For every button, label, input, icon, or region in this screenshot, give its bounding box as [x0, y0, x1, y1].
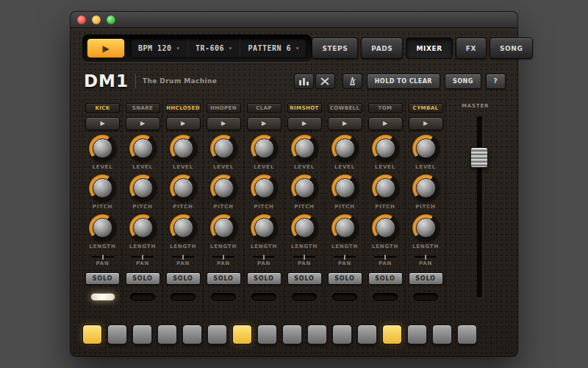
preview-snare-button[interactable]: ▶: [126, 117, 160, 130]
channel-light-kick[interactable]: [90, 293, 115, 301]
channel-light-rimshot[interactable]: [292, 293, 317, 301]
pan-slider-cowbell[interactable]: [334, 256, 356, 258]
pan-slider-hhclosed[interactable]: [172, 256, 194, 258]
solo-hhclosed-button[interactable]: SOLO: [166, 272, 201, 285]
solo-cowbell-button[interactable]: SOLO: [328, 272, 362, 285]
step-pad-13[interactable]: [382, 325, 402, 344]
solo-kick-button[interactable]: SOLO: [85, 272, 120, 285]
channel-light-snare[interactable]: [130, 293, 155, 301]
channel-select-tom[interactable]: TOM: [368, 103, 403, 113]
pitch-knob-rimshot[interactable]: [291, 174, 318, 202]
step-pad-2[interactable]: [107, 325, 127, 344]
pan-slider-handle[interactable]: [384, 255, 386, 260]
preview-hhopen-button[interactable]: ▶: [207, 117, 241, 130]
pan-slider-handle[interactable]: [182, 255, 184, 260]
preview-clap-button[interactable]: ▶: [247, 117, 282, 130]
channel-light-clap[interactable]: [251, 293, 276, 301]
pan-slider-kick[interactable]: [92, 256, 114, 258]
step-pad-14[interactable]: [407, 325, 427, 344]
dropdown-bpm-120[interactable]: BPM 120▾: [131, 39, 188, 57]
close-window-button[interactable]: [77, 15, 86, 24]
pan-slider-handle[interactable]: [102, 255, 104, 260]
song-mode-button[interactable]: SONG: [445, 74, 481, 89]
pitch-knob-cowbell[interactable]: [331, 174, 359, 202]
titlebar[interactable]: [71, 12, 517, 28]
pan-slider-handle[interactable]: [223, 255, 224, 260]
step-pad-16[interactable]: [457, 325, 477, 344]
length-knob-tom[interactable]: [372, 214, 399, 241]
zoom-window-button[interactable]: [107, 15, 115, 24]
drumsticks-button[interactable]: [315, 74, 335, 89]
level-knob-cowbell[interactable]: [331, 135, 359, 162]
pan-slider-clap[interactable]: [253, 256, 275, 258]
channel-select-hhopen[interactable]: HHOPEN: [207, 103, 241, 113]
channel-select-kick[interactable]: KICK: [85, 103, 120, 113]
level-knob-kick[interactable]: [89, 135, 116, 162]
channel-select-snare[interactable]: SNARE: [126, 103, 160, 113]
pitch-knob-hhopen[interactable]: [210, 174, 237, 202]
preview-tom-button[interactable]: ▶: [368, 117, 403, 130]
pan-slider-rimshot[interactable]: [293, 256, 315, 258]
pan-slider-snare[interactable]: [132, 256, 154, 258]
preview-cymbal-button[interactable]: ▶: [409, 117, 443, 130]
pitch-knob-clap[interactable]: [251, 174, 278, 202]
step-pad-3[interactable]: [132, 325, 152, 344]
channel-light-cowbell[interactable]: [332, 293, 357, 301]
tab-mixer[interactable]: MIXER: [406, 38, 452, 59]
pitch-knob-cymbal[interactable]: [412, 174, 440, 202]
solo-clap-button[interactable]: SOLO: [247, 272, 282, 285]
level-knob-hhopen[interactable]: [210, 135, 237, 162]
channel-select-cowbell[interactable]: COWBELL: [328, 103, 362, 113]
dropdown-tr-606[interactable]: TR-606▾: [188, 39, 240, 57]
pan-slider-handle[interactable]: [263, 255, 265, 260]
length-knob-hhopen[interactable]: [210, 214, 237, 241]
step-pad-11[interactable]: [332, 325, 352, 344]
step-pad-10[interactable]: [307, 325, 327, 344]
tab-pads[interactable]: PADS: [361, 38, 403, 59]
level-knob-tom[interactable]: [372, 135, 399, 162]
help-button[interactable]: ?: [486, 74, 506, 89]
level-knob-cymbal[interactable]: [412, 135, 440, 162]
pan-slider-handle[interactable]: [142, 255, 143, 260]
tab-song[interactable]: SONG: [490, 38, 533, 59]
length-knob-clap[interactable]: [251, 214, 278, 241]
preview-rimshot-button[interactable]: ▶: [287, 117, 322, 130]
level-knob-hhclosed[interactable]: [170, 135, 197, 162]
length-knob-cymbal[interactable]: [412, 214, 440, 241]
step-pad-8[interactable]: [257, 325, 277, 344]
level-knob-rimshot[interactable]: [291, 135, 318, 162]
solo-snare-button[interactable]: SOLO: [126, 272, 160, 285]
step-pad-4[interactable]: [157, 325, 177, 344]
pitch-knob-hhclosed[interactable]: [170, 174, 197, 202]
level-knob-clap[interactable]: [251, 135, 278, 162]
step-pad-9[interactable]: [282, 325, 302, 344]
metronome-button[interactable]: [343, 74, 362, 89]
pan-slider-hhopen[interactable]: [212, 256, 234, 258]
play-button[interactable]: ▶: [87, 38, 125, 58]
pitch-knob-kick[interactable]: [89, 174, 116, 202]
pitch-knob-snare[interactable]: [129, 174, 157, 202]
pan-slider-cymbal[interactable]: [415, 256, 437, 258]
channel-light-hhclosed[interactable]: [171, 293, 196, 301]
dropdown-pattern-6[interactable]: PATTERN 6▾: [240, 39, 306, 57]
channel-light-hhopen[interactable]: [211, 293, 236, 301]
pan-slider-tom[interactable]: [374, 256, 396, 258]
master-fader[interactable]: [477, 116, 482, 297]
solo-cymbal-button[interactable]: SOLO: [409, 272, 443, 285]
channel-select-rimshot[interactable]: RIMSHOT: [287, 103, 322, 113]
step-pad-12[interactable]: [357, 325, 377, 344]
tab-fx[interactable]: FX: [456, 38, 487, 59]
step-pad-5[interactable]: [182, 325, 202, 344]
length-knob-kick[interactable]: [89, 214, 116, 241]
length-knob-rimshot[interactable]: [291, 214, 318, 241]
preview-cowbell-button[interactable]: ▶: [328, 117, 362, 130]
channel-light-tom[interactable]: [373, 293, 398, 301]
solo-hhopen-button[interactable]: SOLO: [207, 272, 241, 285]
hold-to-clear-button[interactable]: HOLD TO CLEAR: [367, 74, 440, 89]
preview-kick-button[interactable]: ▶: [85, 117, 120, 130]
master-fader-handle[interactable]: [470, 147, 488, 168]
solo-rimshot-button[interactable]: SOLO: [287, 272, 322, 285]
length-knob-hhclosed[interactable]: [170, 214, 197, 241]
channel-light-cymbal[interactable]: [413, 293, 438, 301]
pan-slider-handle[interactable]: [304, 255, 305, 260]
